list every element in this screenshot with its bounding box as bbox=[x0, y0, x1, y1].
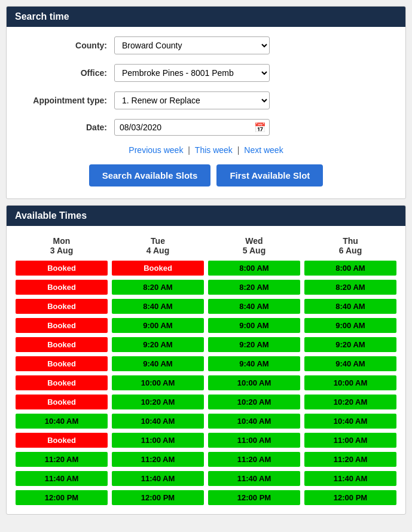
col-header-tue: Tue4 Aug bbox=[111, 234, 205, 258]
date-row: Date: 📅 bbox=[19, 119, 393, 136]
available-slot[interactable]: 8:20 AM bbox=[208, 280, 300, 295]
booked-slot: Booked bbox=[16, 375, 108, 390]
times-header-row: Mon3 AugTue4 AugWed5 AugThu6 Aug bbox=[14, 234, 398, 258]
available-slot[interactable]: 9:00 AM bbox=[304, 318, 396, 333]
booked-slot: Booked bbox=[16, 318, 108, 333]
booked-slot: Booked bbox=[16, 337, 108, 352]
available-slot[interactable]: 11:20 AM bbox=[208, 452, 300, 467]
available-slot[interactable]: 8:00 AM bbox=[208, 261, 300, 276]
week-sep-1: | bbox=[188, 145, 193, 155]
week-nav: Previous week | This week | Next week bbox=[19, 145, 393, 155]
col-header-mon: Mon3 Aug bbox=[14, 234, 109, 258]
next-week-link[interactable]: Next week bbox=[244, 145, 283, 155]
available-times-panel: Available Times Mon3 AugTue4 AugWed5 Aug… bbox=[6, 205, 406, 515]
available-slot[interactable]: 9:40 AM bbox=[112, 356, 204, 371]
col-header-thu: Thu6 Aug bbox=[303, 234, 398, 258]
times-panel-body: Mon3 AugTue4 AugWed5 AugThu6 Aug BookedB… bbox=[7, 226, 405, 514]
available-slot[interactable]: 12:00 PM bbox=[112, 490, 204, 505]
available-slot[interactable]: 8:20 AM bbox=[112, 280, 204, 295]
button-row: Search Available Slots First Available S… bbox=[19, 164, 393, 186]
available-slot[interactable]: 10:00 AM bbox=[112, 375, 204, 390]
booked-slot: Booked bbox=[16, 261, 108, 276]
booked-slot: Booked bbox=[16, 356, 108, 371]
date-input[interactable] bbox=[114, 119, 270, 136]
available-slot[interactable]: 10:20 AM bbox=[208, 395, 300, 409]
available-slot[interactable]: 9:00 AM bbox=[208, 318, 300, 333]
available-slot[interactable]: 8:00 AM bbox=[304, 261, 396, 276]
available-slot[interactable]: 11:20 AM bbox=[304, 452, 396, 467]
appt-label: Appointment type: bbox=[19, 96, 114, 105]
table-row: Booked9:40 AM9:40 AM9:40 AM bbox=[14, 355, 398, 372]
table-row: Booked10:20 AM10:20 AM10:20 AM bbox=[14, 393, 398, 411]
first-available-slot-button[interactable]: First Available Slot bbox=[216, 164, 323, 186]
available-slot[interactable]: 12:00 PM bbox=[304, 490, 396, 505]
table-row: Booked9:20 AM9:20 AM9:20 AM bbox=[14, 336, 398, 353]
available-slot[interactable]: 10:00 AM bbox=[304, 375, 396, 390]
county-row: County: Broward County bbox=[19, 36, 393, 54]
available-slot[interactable]: 9:40 AM bbox=[208, 356, 300, 371]
times-panel-header: Available Times bbox=[7, 206, 405, 226]
table-row: BookedBooked8:00 AM8:00 AM bbox=[14, 259, 398, 277]
county-select[interactable]: Broward County bbox=[114, 36, 270, 54]
search-panel-title: Search time bbox=[15, 11, 69, 22]
prev-week-link[interactable]: Previous week bbox=[129, 145, 183, 155]
search-panel-header: Search time bbox=[7, 7, 405, 27]
times-table-head: Mon3 AugTue4 AugWed5 AugThu6 Aug bbox=[14, 234, 398, 258]
week-sep-2: | bbox=[237, 145, 242, 155]
table-row: 12:00 PM12:00 PM12:00 PM12:00 PM bbox=[14, 489, 398, 506]
available-slot[interactable]: 10:40 AM bbox=[112, 414, 204, 429]
available-slot[interactable]: 10:00 AM bbox=[208, 375, 300, 390]
available-slot[interactable]: 9:20 AM bbox=[112, 337, 204, 352]
available-slot[interactable]: 8:40 AM bbox=[208, 299, 300, 314]
search-available-slots-button[interactable]: Search Available Slots bbox=[89, 164, 211, 186]
available-slot[interactable]: 8:20 AM bbox=[304, 280, 396, 295]
available-slot[interactable]: 10:40 AM bbox=[304, 414, 396, 429]
available-slot[interactable]: 11:40 AM bbox=[112, 471, 204, 486]
available-slot[interactable]: 9:20 AM bbox=[208, 337, 300, 352]
this-week-link[interactable]: This week bbox=[195, 145, 233, 155]
table-row: Booked8:40 AM8:40 AM8:40 AM bbox=[14, 298, 398, 315]
available-slot[interactable]: 9:20 AM bbox=[304, 337, 396, 352]
office-select[interactable]: Pembroke Pines - 8001 Pemb bbox=[114, 64, 270, 82]
available-slot[interactable]: 12:00 PM bbox=[16, 490, 108, 505]
available-slot[interactable]: 8:40 AM bbox=[112, 299, 204, 314]
available-slot[interactable]: 11:20 AM bbox=[112, 452, 204, 467]
table-row: Booked9:00 AM9:00 AM9:00 AM bbox=[14, 317, 398, 334]
county-label: County: bbox=[19, 41, 114, 50]
available-slot[interactable]: 8:40 AM bbox=[304, 299, 396, 314]
available-slot[interactable]: 10:40 AM bbox=[208, 414, 300, 429]
col-header-wed: Wed5 Aug bbox=[207, 234, 301, 258]
table-row: Booked10:00 AM10:00 AM10:00 AM bbox=[14, 374, 398, 392]
available-slot[interactable]: 12:00 PM bbox=[208, 490, 300, 505]
appt-row: Appointment type: 1. Renew or Replace bbox=[19, 91, 393, 109]
available-slot[interactable]: 11:00 AM bbox=[304, 433, 396, 448]
table-row: 11:20 AM11:20 AM11:20 AM11:20 AM bbox=[14, 451, 398, 468]
search-time-panel: Search time County: Broward County Offic… bbox=[6, 6, 406, 199]
available-slot[interactable]: 10:20 AM bbox=[112, 395, 204, 409]
search-panel-body: County: Broward County Office: Pembroke … bbox=[7, 27, 405, 198]
appt-select[interactable]: 1. Renew or Replace bbox=[114, 91, 270, 109]
available-slot[interactable]: 10:40 AM bbox=[16, 414, 108, 429]
available-slot[interactable]: 10:20 AM bbox=[304, 395, 396, 409]
available-slot[interactable]: 11:00 AM bbox=[208, 433, 300, 448]
available-slot[interactable]: 11:20 AM bbox=[16, 452, 108, 467]
times-panel-title: Available Times bbox=[15, 210, 87, 221]
office-row: Office: Pembroke Pines - 8001 Pemb bbox=[19, 64, 393, 82]
times-table: Mon3 AugTue4 AugWed5 AugThu6 Aug BookedB… bbox=[13, 232, 399, 508]
office-label: Office: bbox=[19, 68, 114, 78]
table-row: Booked11:00 AM11:00 AM11:00 AM bbox=[14, 432, 398, 449]
available-slot[interactable]: 9:00 AM bbox=[112, 318, 204, 333]
booked-slot: Booked bbox=[16, 433, 108, 448]
date-input-wrap: 📅 bbox=[114, 119, 270, 136]
available-slot[interactable]: 9:40 AM bbox=[304, 356, 396, 371]
available-slot[interactable]: 11:40 AM bbox=[16, 471, 108, 486]
date-label: Date: bbox=[19, 123, 114, 132]
booked-slot: Booked bbox=[16, 299, 108, 314]
available-slot[interactable]: 11:00 AM bbox=[112, 433, 204, 448]
available-slot[interactable]: 11:40 AM bbox=[304, 471, 396, 486]
available-slot[interactable]: 11:40 AM bbox=[208, 471, 300, 486]
booked-slot: Booked bbox=[16, 280, 108, 295]
table-row: Booked8:20 AM8:20 AM8:20 AM bbox=[14, 279, 398, 296]
booked-slot: Booked bbox=[112, 261, 204, 276]
table-row: 10:40 AM10:40 AM10:40 AM10:40 AM bbox=[14, 412, 398, 430]
